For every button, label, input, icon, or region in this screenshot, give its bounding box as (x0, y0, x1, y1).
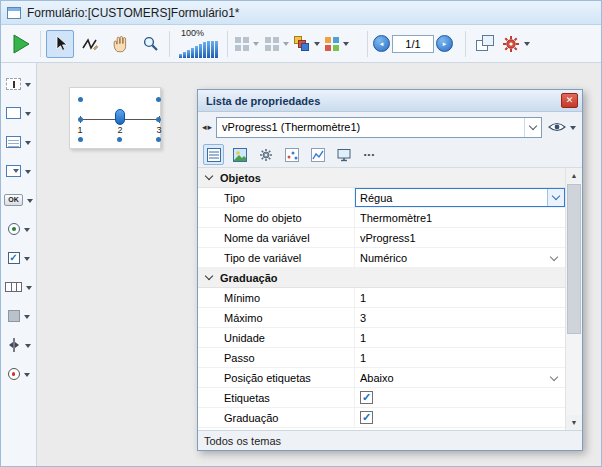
chevron-down-icon[interactable] (24, 257, 30, 264)
props-view-image-button[interactable] (229, 144, 250, 165)
selection-handle[interactable] (156, 137, 161, 142)
toolbox-edit-button[interactable] (2, 100, 35, 126)
chevron-down-icon[interactable] (547, 189, 564, 206)
windows-button[interactable] (471, 30, 499, 58)
run-button[interactable] (7, 30, 35, 58)
themes-footer[interactable]: Todos os temas (198, 430, 582, 450)
chevron-down-icon[interactable] (27, 199, 33, 206)
settings-button[interactable] (501, 30, 531, 58)
props-more-button[interactable]: ••• (359, 144, 380, 165)
pan-tool-button[interactable] (106, 30, 134, 58)
props-view-list-button[interactable] (203, 144, 224, 165)
selection-handle[interactable] (117, 137, 122, 142)
toolbox-combo-button[interactable] (2, 158, 35, 184)
scroll-down-icon[interactable]: ▼ (566, 415, 582, 430)
scrollbar-thumb[interactable] (567, 184, 581, 334)
selection-handle[interactable] (78, 97, 83, 102)
toolbox-checkbox-button[interactable]: ✓ (2, 245, 35, 271)
toolbox-panel-button[interactable] (2, 303, 35, 329)
property-row[interactable]: Nome do objeto Thermomètre1 (198, 208, 565, 228)
toolbar-separator (40, 31, 41, 57)
chevron-down-icon[interactable] (26, 286, 32, 293)
form-preview[interactable]: 1 2 3 (69, 87, 161, 149)
chevron-down-icon[interactable] (25, 344, 31, 351)
toolbox-static-button[interactable] (2, 71, 35, 97)
property-row[interactable]: Graduação ✓ (198, 408, 565, 428)
close-button[interactable]: ✕ (561, 93, 578, 108)
property-value-cell[interactable]: Abaixo (355, 368, 565, 387)
zoom-level-label: 100% (181, 28, 204, 38)
chevron-down-icon[interactable] (550, 253, 558, 261)
graduacao-checkbox[interactable]: ✓ (360, 411, 373, 424)
property-row[interactable]: Mínimo 1 (198, 288, 565, 308)
section-header-objetos[interactable]: Objetos (198, 168, 565, 188)
property-row[interactable]: Máximo 3 (198, 308, 565, 328)
red-gear-icon (502, 35, 520, 53)
chevron-down-icon[interactable] (24, 315, 30, 322)
next-icon[interactable]: ▸ (208, 122, 213, 132)
props-view-settings-button[interactable] (255, 144, 276, 165)
align-icon (265, 37, 279, 51)
chevron-down-icon[interactable] (25, 170, 31, 177)
page-prev-button[interactable]: ◂ (373, 35, 390, 52)
selection-handle[interactable] (156, 117, 161, 122)
zigzag-tool-button[interactable] (76, 30, 104, 58)
property-row[interactable]: Passo 1 (198, 348, 565, 368)
toolbox-segmented-button[interactable] (2, 274, 35, 300)
property-value[interactable]: 3 (355, 308, 565, 327)
zoom-control[interactable]: 100% (179, 28, 218, 60)
property-value[interactable]: vProgress1 (355, 228, 565, 247)
scroll-up-icon[interactable]: ▲ (566, 168, 582, 183)
properties-toolbar: ••• (198, 142, 582, 168)
slider-icon (7, 337, 21, 353)
section-header-graduacao[interactable]: Graduação (198, 268, 565, 288)
object-selector-row: ◂ ▸ vProgress1 (Thermomètre1) (198, 112, 582, 142)
stacked-windows-icon (476, 35, 495, 52)
property-value[interactable]: 1 (355, 328, 565, 347)
page-indicator[interactable]: 1/1 (392, 35, 434, 53)
chevron-down-icon[interactable] (524, 118, 541, 137)
color-options-button[interactable] (293, 30, 321, 58)
grid-options-button[interactable] (233, 30, 261, 58)
props-view-preview-button[interactable] (333, 144, 354, 165)
chevron-down-icon[interactable] (24, 228, 30, 235)
toolbox-gauge-button[interactable] (2, 361, 35, 387)
properties-titlebar[interactable]: Lista de propriedades ✕ (198, 90, 582, 112)
props-view-scatter-button[interactable] (281, 144, 302, 165)
etiquetas-checkbox[interactable]: ✓ (360, 391, 373, 404)
chevron-down-icon[interactable] (25, 141, 31, 148)
property-value-cell[interactable]: Numérico (355, 248, 565, 267)
property-value[interactable]: 1 (355, 288, 565, 307)
scrollbar[interactable]: ▲ ▼ (565, 168, 582, 430)
align-options-button[interactable] (263, 30, 291, 58)
zoom-tool-button[interactable] (136, 30, 164, 58)
toolbox-radio-button[interactable] (2, 216, 35, 242)
style-options-button[interactable] (323, 30, 351, 58)
property-row[interactable]: Tipo Régua (198, 188, 565, 208)
object-selector[interactable]: vProgress1 (Thermomètre1) (216, 117, 542, 138)
page-next-button[interactable]: ▸ (436, 35, 453, 52)
property-row[interactable]: Posição etiquetas Abaixo (198, 368, 565, 388)
selection-handle[interactable] (156, 97, 161, 102)
chevron-down-icon[interactable] (25, 112, 31, 119)
toolbox-list-button[interactable] (2, 129, 35, 155)
selection-handle[interactable] (78, 137, 83, 142)
property-row[interactable]: Etiquetas ✓ (198, 388, 565, 408)
toolbox-button-button[interactable]: OK (2, 187, 35, 213)
property-value[interactable]: Thermomètre1 (355, 208, 565, 227)
property-row[interactable]: Unidade 1 (198, 328, 565, 348)
chevron-down-icon[interactable] (24, 373, 30, 380)
property-value[interactable]: 1 (355, 348, 565, 367)
slider-thumb[interactable] (115, 109, 125, 125)
property-row[interactable]: Tipo de variável Numérico (198, 248, 565, 268)
chevron-down-icon[interactable] (550, 373, 558, 381)
chevron-down-icon[interactable] (25, 83, 31, 90)
property-row[interactable]: Nome da variável vProgress1 (198, 228, 565, 248)
prev-icon[interactable]: ◂ (202, 122, 207, 132)
visibility-button[interactable] (546, 121, 578, 133)
select-tool-button[interactable] (46, 30, 74, 58)
selection-handle[interactable] (78, 117, 83, 122)
props-view-chart-button[interactable] (307, 144, 328, 165)
tipo-dropdown[interactable]: Régua (355, 188, 565, 207)
toolbox-slider-button[interactable] (2, 332, 35, 358)
